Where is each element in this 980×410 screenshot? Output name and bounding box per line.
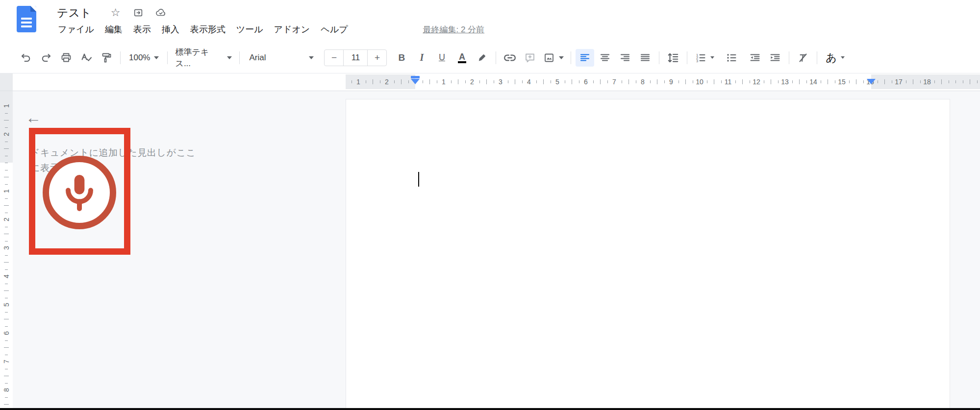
ruler-tick bbox=[742, 79, 743, 84]
ruler-tick bbox=[821, 80, 821, 83]
v-ruler-number: 5 bbox=[0, 297, 13, 312]
right-indent-marker[interactable] bbox=[867, 79, 876, 84]
left-indent-marker[interactable] bbox=[411, 79, 420, 84]
ruler-tick bbox=[536, 80, 537, 83]
ruler-tick bbox=[4, 148, 9, 149]
numbered-list-icon: 123 bbox=[695, 52, 706, 64]
ruler-tick bbox=[572, 79, 572, 84]
ruler-tick bbox=[429, 79, 430, 84]
text-color-button[interactable]: A bbox=[452, 49, 471, 67]
ruler-tick bbox=[977, 80, 978, 83]
menu-addons[interactable]: アドオン bbox=[273, 23, 311, 36]
ruler-tick bbox=[5, 284, 8, 284]
ruler-tick bbox=[970, 79, 970, 84]
clear-formatting-icon bbox=[797, 52, 809, 64]
clear-formatting-button[interactable] bbox=[794, 49, 812, 67]
underline-button[interactable]: U bbox=[432, 49, 451, 67]
insert-image-button[interactable] bbox=[541, 49, 566, 67]
add-comment-button[interactable] bbox=[521, 49, 539, 67]
decrease-font-size-button[interactable]: − bbox=[325, 50, 343, 66]
menu-insert[interactable]: 挿入 bbox=[161, 23, 180, 36]
v-ruler-number: 6 bbox=[0, 326, 13, 340]
ruler-tick bbox=[941, 79, 942, 84]
v-ruler-number: 3 bbox=[0, 241, 13, 255]
undo-icon bbox=[20, 52, 32, 64]
first-line-indent-marker[interactable] bbox=[411, 76, 420, 78]
align-right-button[interactable] bbox=[616, 49, 634, 67]
ruler-tick bbox=[5, 170, 8, 170]
paint-format-button[interactable] bbox=[97, 49, 116, 67]
zoom-select[interactable]: 100% bbox=[125, 49, 163, 67]
ruler-tick bbox=[600, 79, 601, 84]
justify-button[interactable] bbox=[636, 49, 654, 67]
docs-logo-icon[interactable] bbox=[17, 6, 36, 32]
bold-button[interactable]: B bbox=[392, 49, 411, 67]
document-page[interactable] bbox=[346, 99, 950, 410]
redo-button[interactable] bbox=[37, 49, 55, 67]
ruler-tick bbox=[5, 340, 8, 341]
font-family-select[interactable]: Arial bbox=[244, 49, 319, 67]
line-spacing-button[interactable] bbox=[664, 49, 682, 67]
ruler-tick bbox=[856, 79, 856, 84]
ruler-tick bbox=[5, 198, 8, 199]
ruler-tick bbox=[366, 80, 366, 83]
menu-format[interactable]: 表示形式 bbox=[189, 23, 226, 36]
ruler-tick bbox=[551, 80, 551, 83]
menu-edit[interactable]: 編集 bbox=[104, 23, 124, 36]
increase-indent-button[interactable] bbox=[766, 49, 784, 67]
menu-file[interactable]: ファイル bbox=[57, 23, 95, 36]
h-ruler-number: 9 bbox=[669, 74, 673, 89]
voice-typing-button[interactable] bbox=[43, 156, 116, 229]
last-edit-link[interactable]: 最終編集: 2 分前 bbox=[423, 24, 484, 35]
ruler-tick bbox=[735, 80, 736, 83]
ruler-tick bbox=[451, 80, 452, 83]
menu-view[interactable]: 表示 bbox=[132, 23, 152, 36]
ruler-tick bbox=[934, 80, 935, 83]
ruler-tick bbox=[515, 79, 515, 84]
decrease-indent-button[interactable] bbox=[746, 49, 764, 67]
v-ruler-number: 4 bbox=[0, 269, 13, 284]
align-center-button[interactable] bbox=[596, 49, 614, 67]
print-button[interactable] bbox=[57, 49, 75, 67]
italic-button[interactable]: I bbox=[412, 49, 431, 67]
move-to-folder-icon[interactable] bbox=[133, 7, 144, 18]
ruler-tick bbox=[522, 80, 523, 83]
menu-bar: ファイル 編集 表示 挿入 表示形式 ツール アドオン ヘルプ 最終編集: 2 … bbox=[57, 23, 484, 36]
menu-tools[interactable]: ツール bbox=[235, 23, 264, 36]
spellcheck-button[interactable] bbox=[77, 49, 96, 67]
ruler-tick bbox=[401, 79, 402, 84]
ruler-tick bbox=[955, 80, 956, 83]
ruler-tick bbox=[685, 79, 686, 84]
ruler-tick bbox=[408, 80, 409, 83]
bulleted-list-button[interactable] bbox=[719, 49, 744, 67]
paragraph-styles-select[interactable]: 標準テキス... bbox=[172, 49, 235, 67]
ruler-tick bbox=[4, 177, 9, 177]
ruler-tick bbox=[543, 79, 544, 84]
ruler-tick bbox=[806, 80, 807, 83]
cloud-saved-icon[interactable] bbox=[155, 7, 166, 18]
star-icon[interactable]: ☆ bbox=[110, 7, 121, 18]
font-size-input[interactable]: 11 bbox=[343, 50, 368, 66]
back-button[interactable]: ← bbox=[24, 108, 43, 127]
image-icon bbox=[543, 52, 555, 64]
print-icon bbox=[60, 52, 72, 64]
increase-font-size-button[interactable]: + bbox=[368, 50, 386, 66]
input-tools-button[interactable]: あ bbox=[822, 49, 848, 67]
ruler-tick bbox=[494, 80, 494, 83]
menu-help[interactable]: ヘルプ bbox=[320, 23, 349, 36]
align-left-button[interactable] bbox=[576, 49, 594, 67]
font-size-control: − 11 + bbox=[324, 49, 387, 66]
ruler-tick bbox=[949, 80, 949, 83]
numbered-list-button[interactable]: 123 bbox=[692, 49, 717, 67]
insert-link-button[interactable] bbox=[501, 49, 519, 67]
ruler-tick bbox=[628, 79, 629, 84]
document-title[interactable]: テスト bbox=[57, 5, 92, 21]
h-ruler-number: 11 bbox=[725, 74, 732, 89]
ruler-tick bbox=[380, 80, 380, 83]
h-ruler-number: 7 bbox=[612, 74, 616, 89]
undo-button[interactable] bbox=[17, 49, 35, 67]
ruler-tick bbox=[764, 80, 764, 83]
ruler-tick bbox=[650, 80, 651, 83]
ruler-tick bbox=[4, 319, 9, 319]
highlight-color-button[interactable] bbox=[473, 49, 491, 67]
